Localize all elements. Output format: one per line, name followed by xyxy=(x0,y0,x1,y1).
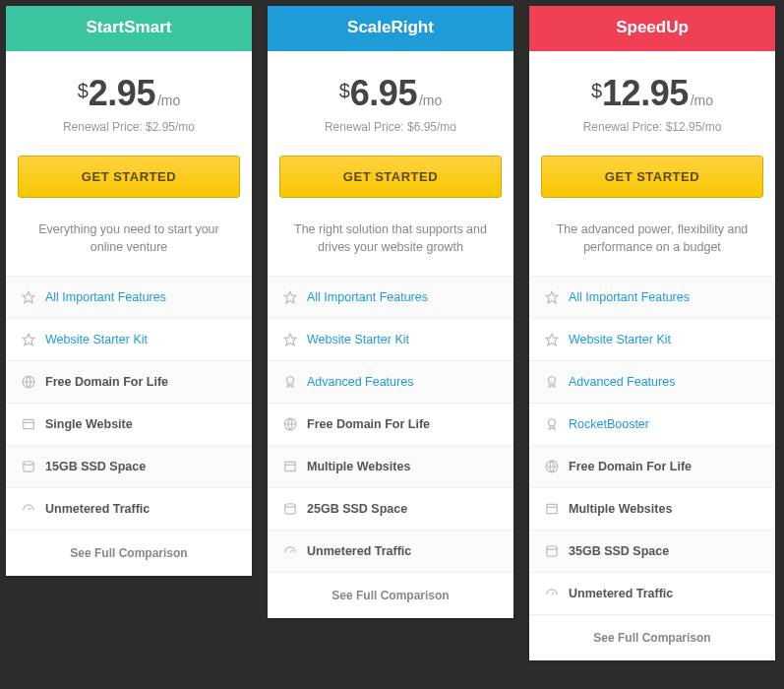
price-block: $2.95/moRenewal Price: $2.95/mo xyxy=(6,51,252,142)
price-period: /mo xyxy=(157,93,180,108)
feature-label: All Important Features xyxy=(307,290,428,304)
badge-icon xyxy=(283,375,297,389)
feature-label: Website Starter Kit xyxy=(307,333,409,346)
svg-marker-8 xyxy=(284,334,296,345)
currency-symbol: $ xyxy=(591,80,602,102)
see-full-comparison-link[interactable]: See Full Comparison xyxy=(6,530,252,576)
svg-line-23 xyxy=(552,593,554,595)
feature-item: Unmetered Traffic xyxy=(6,487,252,530)
feature-item: Unmetered Traffic xyxy=(268,530,513,572)
pricing-plans: StartSmart$2.95/moRenewal Price: $2.95/m… xyxy=(6,6,778,660)
site-icon xyxy=(283,460,297,473)
feature-item: 35GB SSD Space xyxy=(529,530,775,572)
svg-line-14 xyxy=(290,550,292,552)
feature-item: 25GB SSD Space xyxy=(268,487,513,530)
feature-label: Unmetered Traffic xyxy=(45,502,150,516)
gauge-icon xyxy=(545,587,559,600)
feature-item: Free Domain For Life xyxy=(268,403,513,445)
feature-item[interactable]: Website Starter Kit xyxy=(268,318,513,360)
feature-item: Free Domain For Life xyxy=(6,360,252,403)
currency-symbol: $ xyxy=(78,80,89,102)
price-block: $6.95/moRenewal Price: $6.95/mo xyxy=(268,51,513,142)
plan-name: SpeedUp xyxy=(529,6,775,51)
feature-item[interactable]: RocketBooster xyxy=(529,403,775,445)
feature-list: All Important FeaturesWebsite Starter Ki… xyxy=(268,276,513,572)
feature-label: Free Domain For Life xyxy=(569,460,692,473)
price: $12.95/mo xyxy=(591,73,713,114)
gauge-icon xyxy=(283,544,297,558)
feature-item[interactable]: All Important Features xyxy=(268,276,513,318)
plan-tagline: The right solution that supports and dri… xyxy=(268,216,513,276)
price: $6.95/mo xyxy=(339,73,443,114)
feature-label: All Important Features xyxy=(45,290,166,304)
globe-icon xyxy=(22,375,35,389)
get-started-button[interactable]: GET STARTED xyxy=(541,156,763,198)
star-icon xyxy=(22,333,35,346)
plan-tagline: Everything you need to start your online… xyxy=(6,216,252,276)
plan-tagline: The advanced power, flexibility and perf… xyxy=(529,216,775,276)
see-full-comparison-link[interactable]: See Full Comparison xyxy=(529,614,775,660)
feature-label: Unmetered Traffic xyxy=(307,544,411,558)
feature-item: Unmetered Traffic xyxy=(529,572,775,614)
svg-point-5 xyxy=(24,462,34,466)
price-block: $12.95/moRenewal Price: $12.95/mo xyxy=(529,51,775,142)
feature-list: All Important FeaturesWebsite Starter Ki… xyxy=(529,276,775,614)
feature-label: Advanced Features xyxy=(307,375,413,389)
feature-item[interactable]: Advanced Features xyxy=(529,360,775,403)
feature-item[interactable]: All Important Features xyxy=(529,276,775,318)
feature-label: 35GB SSD Space xyxy=(569,544,669,558)
plan-name: ScaleRight xyxy=(268,6,513,51)
feature-label: Unmetered Traffic xyxy=(569,587,673,600)
feature-label: Multiple Websites xyxy=(307,460,410,473)
feature-item: Multiple Websites xyxy=(268,445,513,487)
feature-item[interactable]: Advanced Features xyxy=(268,360,513,403)
renewal-price: Renewal Price: $6.95/mo xyxy=(277,120,504,134)
feature-label: Multiple Websites xyxy=(569,502,672,516)
feature-label: RocketBooster xyxy=(569,417,649,431)
renewal-price: Renewal Price: $12.95/mo xyxy=(539,120,765,134)
svg-point-17 xyxy=(549,377,556,384)
svg-point-18 xyxy=(549,419,556,426)
star-icon xyxy=(22,290,35,304)
feature-label: Single Website xyxy=(45,417,133,431)
feature-item: Multiple Websites xyxy=(529,487,775,530)
svg-point-9 xyxy=(287,377,294,384)
feature-label: All Important Features xyxy=(569,290,690,304)
star-icon xyxy=(545,290,559,304)
feature-label: Website Starter Kit xyxy=(45,333,148,346)
badge-icon xyxy=(545,417,559,431)
plan-card: StartSmart$2.95/moRenewal Price: $2.95/m… xyxy=(6,6,252,576)
feature-item[interactable]: All Important Features xyxy=(6,276,252,318)
svg-line-6 xyxy=(29,508,30,510)
svg-marker-0 xyxy=(23,291,34,303)
feature-label: Website Starter Kit xyxy=(569,333,671,346)
price-period: /mo xyxy=(419,93,442,108)
svg-rect-11 xyxy=(285,462,296,470)
feature-label: 25GB SSD Space xyxy=(307,502,407,516)
price: $2.95/mo xyxy=(78,73,181,114)
svg-marker-1 xyxy=(23,334,34,345)
feature-list: All Important FeaturesWebsite Starter Ki… xyxy=(6,276,252,530)
feature-item: Free Domain For Life xyxy=(529,445,775,487)
price-amount: 6.95 xyxy=(350,73,417,114)
currency-symbol: $ xyxy=(339,80,350,102)
svg-rect-3 xyxy=(24,419,34,428)
feature-item: 15GB SSD Space xyxy=(6,445,252,487)
get-started-button[interactable]: GET STARTED xyxy=(18,156,240,198)
feature-item[interactable]: Website Starter Kit xyxy=(6,318,252,360)
star-icon xyxy=(283,290,297,304)
disk-icon xyxy=(545,544,559,558)
price-amount: 12.95 xyxy=(602,73,689,114)
price-amount: 2.95 xyxy=(89,73,155,114)
site-icon xyxy=(545,502,559,516)
feature-label: Advanced Features xyxy=(569,375,675,389)
get-started-button[interactable]: GET STARTED xyxy=(279,156,502,198)
plan-card: ScaleRight$6.95/moRenewal Price: $6.95/m… xyxy=(268,6,513,618)
svg-point-13 xyxy=(285,504,296,508)
see-full-comparison-link[interactable]: See Full Comparison xyxy=(268,572,513,618)
svg-rect-20 xyxy=(547,504,558,513)
disk-icon xyxy=(22,460,35,473)
globe-icon xyxy=(545,460,559,473)
feature-item[interactable]: Website Starter Kit xyxy=(529,318,775,360)
star-icon xyxy=(545,333,559,346)
